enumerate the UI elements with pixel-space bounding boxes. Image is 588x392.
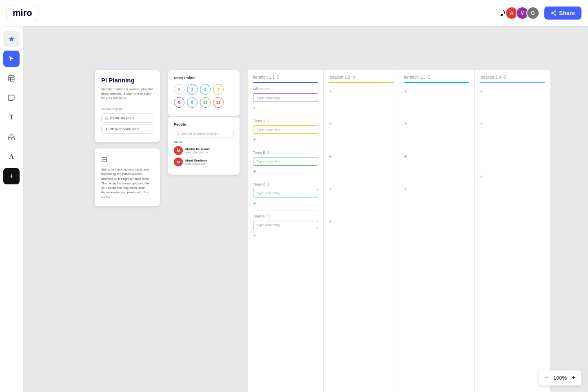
svg-rect-5: [9, 75, 14, 81]
iter-1-1-count: 5: [277, 75, 280, 80]
add-iter-1-2-button-2[interactable]: +: [328, 120, 394, 128]
team-a-label: Team A 1: [253, 119, 318, 123]
add-iter-1-3-button[interactable]: +: [404, 87, 469, 95]
zoom-out-button[interactable]: −: [544, 374, 549, 382]
add-iter-1-3-button-4[interactable]: +: [404, 185, 469, 193]
svg-marker-11: [9, 134, 15, 137]
iteration-col-1-4: Iteration 1.4 0 + + +: [475, 70, 550, 392]
dot-3: 3: [213, 84, 224, 95]
howto-card: ⊟ Set up by importing your cards and dup…: [95, 148, 160, 206]
milestones-box[interactable]: Type something: [253, 93, 318, 102]
iter-1-2-count: 0: [353, 75, 355, 80]
team-a-box[interactable]: Type something: [253, 125, 318, 134]
dot-0: 0: [174, 84, 184, 95]
select-tool[interactable]: [3, 51, 20, 67]
iter-1-1-label: Iteration 1.1: [253, 75, 275, 80]
divider-1: [253, 115, 318, 115]
svg-point-12: [106, 128, 107, 129]
milestones-count: 1: [272, 87, 274, 91]
online-label: Online: [174, 141, 234, 144]
iter-1-4-count: 0: [504, 75, 506, 80]
add-iter-1-2-button[interactable]: +: [328, 87, 394, 95]
iter-1-2-line: [328, 82, 394, 83]
add-iter-1-3-button-2[interactable]: +: [404, 120, 469, 128]
dot-13: 13: [200, 97, 211, 108]
zoom-controls: − 100% +: [539, 370, 581, 385]
iter-1-3-count: 0: [428, 75, 430, 80]
add-iter-1-4-button[interactable]: +: [479, 87, 545, 95]
font-tool[interactable]: A: [3, 148, 20, 165]
pi-planning-card: PI Planning Identify priorities & owners…: [95, 70, 160, 142]
team-b-box[interactable]: Type something: [253, 157, 318, 166]
people-search[interactable]: Search by name or email: [174, 130, 234, 137]
add-team-b-button[interactable]: +: [253, 167, 318, 175]
avatar-group: A V G: [505, 7, 539, 20]
howto-desc: Set up by importing your cards and dupli…: [101, 167, 153, 199]
add-iter-1-2-button-4[interactable]: +: [328, 185, 394, 193]
iter-1-2-label: Iteration 1.2: [328, 75, 350, 80]
people-title: People: [174, 122, 234, 126]
header-right: 𝅘𝅥𝅮𝅘𝅥𝅮𝅘𝅥𝅮 A V G Share: [500, 7, 581, 20]
add-team-a-button[interactable]: +: [253, 135, 318, 144]
add-iter-1-2-button-3[interactable]: +: [328, 152, 394, 160]
canvas: PI Planning Identify priorities & owners…: [23, 26, 588, 392]
svg-line-3: [553, 13, 555, 14]
show-dependencies-button[interactable]: Show dependencies: [101, 124, 153, 134]
person-email-2: moni@miro.com: [185, 162, 207, 165]
team-c-box[interactable]: Type something: [253, 189, 318, 197]
iter-1-3-label: Iteration 1.3: [404, 75, 426, 80]
iter-1-1-header: Iteration 1.1 5: [253, 75, 318, 80]
text-tool[interactable]: T: [3, 109, 20, 126]
team-a-text: Team A: [253, 119, 265, 123]
story-dots-row-2: 5 8 13 21: [174, 97, 234, 108]
zoom-level: 100%: [552, 375, 568, 381]
svg-line-4: [553, 12, 555, 13]
add-milestone-button[interactable]: +: [253, 104, 318, 112]
person-item-1: M Martin Rusenov martin@miro.com: [174, 146, 234, 155]
team-d-label: Team D 1: [253, 214, 318, 218]
dot-1: 1: [187, 84, 197, 95]
share-label: Share: [559, 10, 575, 16]
pi-title: PI Planning: [101, 77, 153, 84]
shapes-tool[interactable]: [3, 129, 20, 145]
team-b-count: 1: [267, 151, 269, 155]
iter-1-4-header: Iteration 1.4 0: [479, 75, 545, 80]
share-button[interactable]: Share: [544, 7, 581, 20]
team-b-label: Team B 1: [253, 151, 318, 155]
iter-1-1-line: [253, 82, 318, 83]
add-iter-1-4-button-3[interactable]: +: [479, 173, 545, 181]
team-c-count: 1: [267, 182, 269, 186]
milestones-label: Milestones 1: [253, 87, 318, 91]
logo[interactable]: miro: [7, 5, 38, 21]
iterations-wrapper: Iteration 1.1 5 Milestones 1 Type someth…: [248, 70, 588, 392]
svg-point-10: [12, 137, 15, 140]
iteration-col-1-1: Iteration 1.1 5 Milestones 1 Type someth…: [248, 70, 324, 392]
person-name-1: Martin Rusenov: [185, 147, 210, 151]
iter-1-4-label: Iteration 1.4: [479, 75, 501, 80]
sticky-note-tool[interactable]: [3, 90, 20, 106]
team-d-box[interactable]: Type something: [253, 221, 318, 229]
add-iter-1-4-button-2[interactable]: +: [479, 120, 545, 128]
svg-point-0: [555, 11, 556, 12]
pi-desc: Identify priorities & owners, pinpoint d…: [101, 87, 153, 101]
add-team-d-button[interactable]: +: [253, 231, 318, 239]
add-tool[interactable]: +: [3, 168, 20, 184]
howto-icon: ⊟: [101, 155, 153, 164]
divider-3: [253, 179, 318, 179]
story-dots-row-1: 0 1 2 3: [174, 84, 234, 95]
person-info-1: Martin Rusenov martin@miro.com: [185, 147, 210, 154]
iteration-col-1-2: Iteration 1.2 0 + + + + +: [324, 70, 399, 392]
ai-tool[interactable]: [3, 31, 20, 47]
zoom-in-button[interactable]: +: [571, 374, 576, 382]
person-email-1: martin@miro.com: [185, 151, 210, 154]
import-jira-button[interactable]: Import Jira cards: [101, 113, 153, 123]
header: miro 𝅘𝅥𝅮𝅘𝅥𝅮𝅘𝅥𝅮 A V G Share: [0, 0, 588, 26]
story-points-title: Story Points: [174, 76, 234, 80]
table-tool[interactable]: [3, 70, 20, 86]
team-d-count: 1: [267, 214, 269, 218]
add-iter-1-3-button-3[interactable]: +: [404, 152, 469, 160]
dot-21: 21: [213, 97, 224, 108]
search-placeholder: Search by name or email: [182, 132, 218, 135]
add-iter-1-2-button-5[interactable]: +: [328, 217, 394, 226]
add-team-c-button[interactable]: +: [253, 199, 318, 207]
